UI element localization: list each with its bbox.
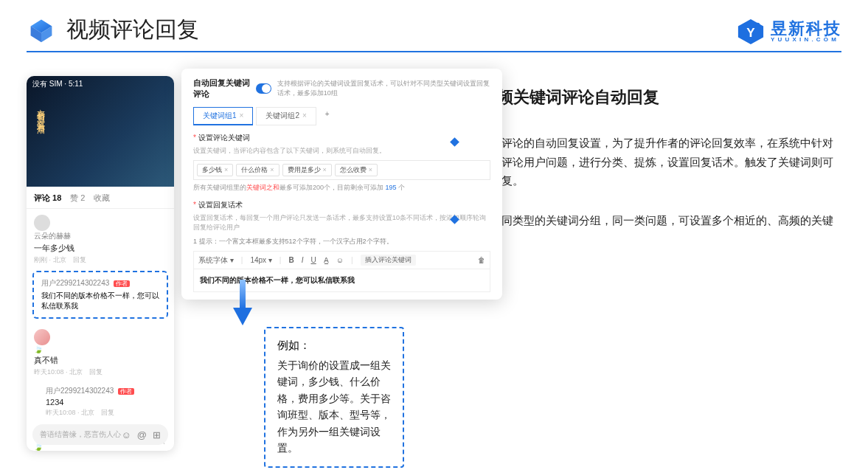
author-badge: 作者 bbox=[114, 280, 130, 287]
underline-button[interactable]: U bbox=[310, 256, 316, 264]
keyword-group-tab[interactable]: 关键词组1× bbox=[193, 107, 253, 125]
avatar-icon bbox=[34, 215, 50, 231]
mention-icon[interactable]: @ bbox=[137, 429, 147, 440]
reply-text: 我们不同的版本价格不一样，您可以私信联系我 bbox=[41, 291, 159, 311]
brand: Y 昱新科技 Y U U X I N . C O M bbox=[737, 18, 841, 46]
field-label-keywords: 设置评论关键词 bbox=[193, 133, 490, 143]
bold-button[interactable]: B bbox=[288, 256, 294, 264]
comment-meta: 昨天10:08 · 北京 回复 bbox=[34, 367, 145, 377]
field-hint: 设置关键词，当评论内容包含了以下关键词，则系统可自动回复。 bbox=[193, 146, 490, 156]
comment-item: 用户2299214302243 作者 1234 昨天10:08 · 北京 回复 … bbox=[27, 380, 174, 421]
avatar-icon bbox=[34, 329, 50, 345]
illustration-area: 没有 SIM · 5:11 衣衫仿有泪 有笑亦有泪 评论 18 赞 2 收藏 云… bbox=[27, 69, 410, 269]
cube-icon bbox=[28, 17, 55, 44]
svg-point-5 bbox=[756, 23, 760, 27]
page-title: 视频评论回复 bbox=[66, 15, 199, 45]
auto-reply-toggle[interactable] bbox=[256, 83, 271, 94]
size-select[interactable]: 14px ▾ bbox=[250, 256, 271, 264]
comment-input-placeholder: 善语结善缘，恶言伤人心 bbox=[40, 429, 121, 440]
bullet-item: 支持不同类型的关键词分组，同一类问题，可设置多个相近的、高频的关键词。 bbox=[451, 211, 841, 249]
image-icon[interactable]: ⊞ bbox=[153, 429, 161, 440]
panel-top-desc: 支持根据评论的关键词设置回复话术，可以针对不同类型关键词设置回复话术，最多添加1… bbox=[277, 79, 490, 98]
phone-tabs: 评论 18 赞 2 收藏 bbox=[27, 187, 174, 209]
panel-top-label: 自动回复关键词评论 bbox=[193, 77, 250, 100]
keyword-count-note: 所有关键词组里的关键词之和最多可添加200个，目前剩余可添加 195 个 bbox=[193, 183, 490, 193]
brand-sub: Y U U X I N . C O M bbox=[771, 37, 841, 43]
comment-username: 🍃 bbox=[34, 345, 145, 353]
color-button[interactable]: A̲ bbox=[324, 256, 329, 264]
example-title: 例如： bbox=[277, 339, 391, 353]
phone-status: 没有 SIM · 5:11 bbox=[32, 79, 83, 89]
brand-logo-icon: Y bbox=[737, 18, 765, 46]
comment-username: 云朵的赫赫 bbox=[34, 231, 145, 241]
tab-comments[interactable]: 评论 18 bbox=[34, 193, 61, 204]
example-body: 关于询价的设置成一组关键词，多少钱、什么价格，费用多少等。关于咨询班型、版本、型… bbox=[277, 357, 391, 456]
brand-name: 昱新科技 bbox=[771, 21, 841, 37]
comment-item: 云朵的赫赫 一年多少钱 刚刚 · 北京 回复 bbox=[27, 209, 174, 268]
delete-icon[interactable]: 🗑 bbox=[478, 256, 485, 264]
comment-meta: 昨天10:08 · 北京 回复 bbox=[46, 408, 156, 418]
keyword-tag[interactable]: 多少钱× bbox=[197, 164, 233, 176]
phone-video: 没有 SIM · 5:11 衣衫仿有泪 有笑亦有泪 bbox=[27, 76, 174, 187]
comment-username: 用户2299214302243 bbox=[46, 387, 114, 395]
svg-marker-7 bbox=[233, 308, 252, 325]
keyword-group-tab[interactable]: 关键词组2× bbox=[256, 107, 316, 125]
keyword-tag[interactable]: 怎么收费× bbox=[335, 164, 378, 176]
keyword-tag[interactable]: 费用是多少× bbox=[282, 164, 332, 176]
insert-keyword-button[interactable]: 插入评论关键词 bbox=[361, 255, 416, 266]
phone-video-caption: 衣衫仿有泪 有笑亦有泪 bbox=[34, 103, 47, 121]
emoji-button[interactable]: ☺ bbox=[336, 256, 344, 264]
svg-rect-6 bbox=[240, 280, 246, 309]
keyword-tag[interactable]: 什么价格× bbox=[236, 164, 279, 176]
comment-text: 真不错 bbox=[34, 355, 145, 366]
add-group-button[interactable]: + bbox=[319, 107, 336, 125]
keyword-tags-input[interactable]: 多少钱× 什么价格× 费用是多少× 怎么收费× bbox=[193, 160, 490, 180]
font-select[interactable]: 系统字体 ▾ bbox=[198, 255, 234, 266]
bullet-text: 支持不同类型的关键词分组，同一类问题，可设置多个相近的、高频的关键词。 bbox=[468, 211, 841, 249]
close-icon[interactable]: × bbox=[240, 111, 244, 120]
editor-tip: 1 提示：一个富文本框最多支持512个字符，一个汉字占用2个字符。 bbox=[193, 237, 490, 246]
comment-meta: 刚刚 · 北京 回复 bbox=[34, 255, 145, 265]
editor-toolbar: 系统字体 ▾ | 14px ▾ | B I U A̲ ☺ | 插入评论关键词 🗑 bbox=[193, 251, 490, 269]
phone-mock: 没有 SIM · 5:11 衣衫仿有泪 有笑亦有泪 评论 18 赞 2 收藏 云… bbox=[27, 76, 174, 451]
example-callout: 例如： 关于询价的设置成一组关键词，多少钱、什么价格，费用多少等。关于咨询班型、… bbox=[264, 327, 404, 468]
bullet-item: 短视频评论的自动回复设置，为了提升作者的评论回复效率，在系统中针对常见的评论用户… bbox=[451, 134, 841, 190]
close-icon[interactable]: × bbox=[302, 111, 307, 120]
bullet-text: 短视频评论的自动回复设置，为了提升作者的评论回复效率，在系统中针对常见的评论用户… bbox=[468, 134, 841, 190]
italic-button[interactable]: I bbox=[302, 256, 304, 264]
svg-text:Y: Y bbox=[746, 26, 755, 40]
comment-text: 1234 bbox=[46, 398, 156, 407]
field-label-reply: 设置回复话术 bbox=[193, 200, 490, 210]
comment-input[interactable]: 善语结善缘，恶言伤人心 ☺ @ ⊞ bbox=[32, 424, 168, 445]
arrow-icon bbox=[232, 280, 254, 327]
auto-reply-highlight: 用户2299214302243 作者 我们不同的版本价格不一样，您可以私信联系我 bbox=[32, 271, 168, 319]
field-hint: 设置回复话术，每回复一个用户评论只发送一条话术，最多支持设置10条不同话术，按添… bbox=[193, 213, 490, 232]
comment-text: 一年多少钱 bbox=[34, 243, 145, 254]
settings-panel: 自动回复关键词评论 支持根据评论的关键词设置回复话术，可以针对不同类型关键词设置… bbox=[181, 69, 502, 300]
emoji-icon[interactable]: ☺ bbox=[122, 429, 131, 440]
comment-item: 🍃 真不错 昨天10:08 · 北京 回复 ♡ ☆ bbox=[27, 323, 174, 380]
tab-likes[interactable]: 赞 2 bbox=[70, 193, 85, 204]
reply-username: 用户2299214302243 bbox=[41, 279, 109, 287]
author-badge: 作者 bbox=[118, 388, 134, 395]
tab-fav[interactable]: 收藏 bbox=[94, 193, 110, 204]
